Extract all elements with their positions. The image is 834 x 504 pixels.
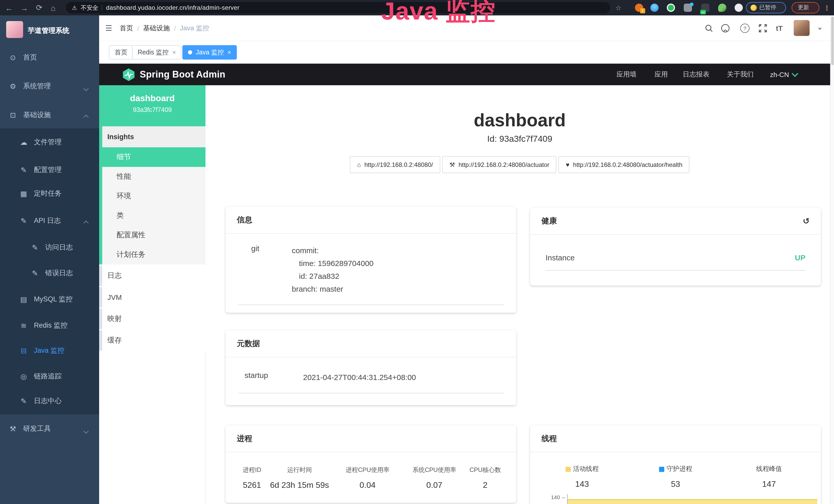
browser-home-icon[interactable]: ⌂ — [51, 0, 56, 16]
avatar-caret-icon[interactable] — [818, 28, 822, 32]
extension-icon-grid[interactable] — [684, 4, 692, 12]
eye-icon: ◎ — [20, 372, 28, 381]
sidebar-item-dev-tools[interactable]: ⚒ 研发工具 — [0, 415, 99, 442]
tab-home[interactable]: 首页 — [109, 45, 133, 60]
extension-icon-leaf[interactable] — [718, 4, 726, 12]
health-instance-label: Instance — [546, 253, 575, 262]
sba-logo-icon[interactable] — [122, 68, 136, 82]
sidebar-item-label: 配置管理 — [34, 165, 62, 175]
github-icon[interactable] — [720, 23, 731, 34]
browser-back-icon[interactable]: ← — [5, 0, 13, 16]
sidebar-item-label: 日志中心 — [34, 396, 62, 406]
sidebar-item-error-logs[interactable]: ✎ 错误日志 — [0, 260, 99, 287]
browser-menu-dots-icon[interactable]: ⋮ — [824, 0, 830, 16]
sidebar-item-access-logs[interactable]: ✎ 访问日志 — [0, 234, 99, 261]
sba-brand-title[interactable]: Spring Boot Admin — [140, 69, 225, 80]
sidebar-item-file-mgmt[interactable]: ☁ 文件管理 — [0, 129, 99, 156]
sba-menu-config-props[interactable]: 配置属性 — [102, 225, 205, 245]
legend-value-live: 143 — [535, 480, 629, 489]
process-value-uptime: 6d 23h 15m 59s — [266, 481, 333, 490]
actuator-url-button[interactable]: ⚒ http://192.168.0.2:48080/actuator — [442, 156, 556, 173]
breadcrumb-infra[interactable]: 基础设施 — [143, 24, 170, 33]
sidebar-item-java-monitor[interactable]: ⊟ Java 监控 — [0, 337, 99, 364]
collapse-sidebar-icon[interactable]: ☰ — [105, 24, 112, 32]
sba-nav-wall[interactable]: 应用墙 — [616, 64, 636, 85]
git-branch-line: branch: master — [292, 282, 373, 295]
browser-forward-icon[interactable]: → — [21, 0, 28, 16]
sba-nav-applications[interactable]: 应用 — [655, 64, 668, 85]
log-icon: ✎ — [31, 244, 39, 252]
schedule-icon: ▦ — [20, 189, 28, 198]
fullscreen-icon[interactable] — [757, 23, 768, 34]
y-tick-140: 140 — [530, 494, 560, 500]
search-icon[interactable] — [703, 23, 715, 34]
browser-reload-icon[interactable]: ⟳ — [36, 0, 42, 16]
gear-icon: ⚙ — [9, 82, 17, 90]
chevron-up-icon — [84, 115, 89, 120]
sidebar-item-log-center[interactable]: ✎ 日志中心 — [0, 388, 99, 414]
sba-menu-details[interactable]: 细节 — [102, 147, 205, 167]
heartbeat-icon: ♥ — [566, 161, 569, 168]
app-sidebar: 芋道管理系统 ⊙ 首页 ⚙ 系统管理 ⊡ 基础设施 ☁ 文件管理 ✎ 配置管理 … — [0, 16, 99, 504]
browser-update-button[interactable]: 更新 — [792, 2, 819, 13]
font-size-icon[interactable]: tT — [774, 23, 785, 34]
extension-icon-puzzle[interactable] — [734, 4, 743, 12]
user-avatar[interactable] — [794, 20, 810, 36]
sidebar-item-cron-jobs[interactable]: ▦ 定时任务 — [0, 180, 99, 207]
sidebar-item-config-mgmt[interactable]: ✎ 配置管理 — [0, 157, 99, 183]
scrollbar-thumb[interactable] — [831, 17, 833, 65]
tab-java-monitor[interactable]: Java 监控 × — [182, 45, 237, 60]
sba-menu-metrics[interactable]: 性能 — [102, 167, 205, 186]
sba-instance-header[interactable]: dashboard 93a3fc7f7409 — [99, 85, 205, 126]
help-icon[interactable]: ? — [739, 23, 750, 34]
sba-nav-about[interactable]: 关于我们 — [727, 64, 753, 85]
instance-links: ⌂ http://192.168.0.2:48080/ ⚒ http://192… — [205, 156, 834, 173]
extension-icon-colorzilla[interactable]: 1 — [635, 4, 643, 12]
sidebar-item-home[interactable]: ⊙ 首页 — [0, 44, 99, 71]
sidebar-item-mysql-monitor[interactable]: ▤ MySQL 监控 — [0, 286, 99, 313]
info-card-title: 信息 — [225, 206, 516, 234]
sba-menu-classes[interactable]: 类 — [102, 206, 205, 225]
url-text[interactable]: dashboard.yudao.iocoder.cn/infra/admin-s… — [106, 4, 240, 11]
tab-close-icon[interactable]: × — [227, 49, 231, 55]
tab-paused-button[interactable]: 已暂停 — [746, 2, 786, 13]
sidebar-item-label: 错误日志 — [45, 269, 73, 278]
history-icon[interactable]: ↺ — [803, 216, 810, 226]
sba-menu-environment[interactable]: 环境 — [102, 186, 205, 206]
cloud-icon: ☁ — [20, 138, 28, 146]
service-url-button[interactable]: ⌂ http://192.168.0.2:48080/ — [350, 156, 440, 173]
address-bar[interactable]: ⚠ 不安全 dashboard.yudao.iocoder.cn/infra/a… — [66, 2, 610, 13]
health-url-button[interactable]: ♥ http://192.168.0.2:48080/actuator/heal… — [559, 156, 690, 173]
paused-label: 已暂停 — [759, 4, 776, 11]
sidebar-item-infra[interactable]: ⊡ 基础设施 — [0, 102, 99, 129]
sba-menu-scheduled-tasks[interactable]: 计划任务 — [102, 245, 205, 265]
sba-nav-journal[interactable]: 日志报表 — [683, 64, 709, 85]
tab-close-icon[interactable]: × — [172, 49, 176, 55]
sidebar-item-tracing[interactable]: ◎ 链路追踪 — [0, 363, 99, 390]
threads-card-title: 线程 — [530, 425, 821, 452]
sidebar-item-api-logs[interactable]: ✎ API 日志 — [0, 207, 99, 234]
extension-icon-pin[interactable] — [650, 4, 659, 12]
sidebar-item-label: 链路追踪 — [34, 372, 62, 381]
sidebar-item-system[interactable]: ⚙ 系统管理 — [0, 73, 99, 100]
actuator-url: http://192.168.0.2:48080/actuator — [459, 161, 549, 168]
sba-menu-mappings[interactable]: 映射 — [99, 308, 205, 329]
sidebar-item-label: 文件管理 — [34, 138, 62, 147]
process-header-cpus: CPU核心数 — [466, 466, 504, 475]
extension-icon-tampermonkey[interactable]: on — [701, 4, 709, 12]
sba-menu-caches[interactable]: 缓存 — [99, 330, 205, 351]
sidebar-item-label: 研发工具 — [23, 424, 51, 433]
page-scrollbar[interactable] — [830, 16, 834, 504]
sba-language-select[interactable]: zh-CN — [770, 64, 797, 85]
sba-menu-logs[interactable]: 日志 — [99, 266, 205, 286]
edit-icon: ✎ — [20, 166, 28, 174]
sidebar-item-redis-monitor[interactable]: ≋ Redis 监控 — [0, 312, 99, 339]
extension-badge: 1 — [640, 8, 645, 13]
extension-icon-green-y[interactable] — [667, 4, 675, 12]
security-label[interactable]: 不安全 — [81, 4, 98, 12]
breadcrumb-home[interactable]: 首页 — [120, 24, 133, 33]
dashboard-icon: ⊙ — [9, 53, 17, 62]
sba-menu-jvm[interactable]: JVM — [99, 287, 205, 307]
bookmark-star-icon[interactable]: ☆ — [615, 0, 621, 16]
tab-redis-monitor[interactable]: Redis 监控 × — [132, 45, 182, 60]
